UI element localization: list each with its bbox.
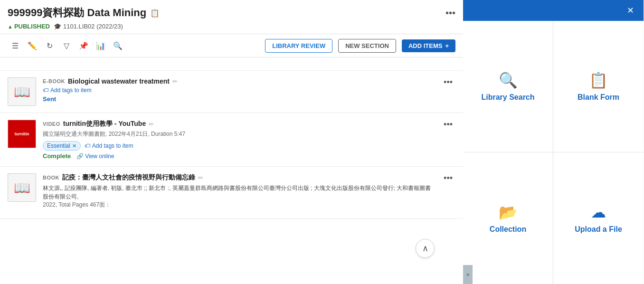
plus-icon: + xyxy=(445,42,449,49)
item-type: E-BOOK xyxy=(43,78,65,84)
link-icon: 🔗 xyxy=(76,153,84,160)
library-search-panel-item[interactable]: 🔍 Library Search xyxy=(463,21,553,152)
item-actions: ••• xyxy=(441,77,455,87)
item-description: 林文源,, 記疫團隊, 編著者, 初版, 臺北市 ;; 新北市 :, 英屬蓋曼群… xyxy=(43,184,434,201)
tag-icon: 🏷 xyxy=(43,87,48,94)
blank-form-panel-item[interactable]: 📋 Blank Form xyxy=(553,21,644,152)
collection-folder-icon: 📂 xyxy=(499,203,518,221)
item-subtitle2: 2022, Total Pages 467面： xyxy=(43,201,434,209)
edit-title-icon[interactable]: ✏ xyxy=(149,121,154,128)
upload-icon: ☁ xyxy=(591,203,606,221)
edit-icon[interactable]: ✏️ xyxy=(25,38,40,53)
blank-form-label: Blank Form xyxy=(578,93,619,102)
item-thumbnail: turnitin xyxy=(8,120,36,148)
course-badge: 🎓 1101.LIB02 (2022/23) xyxy=(54,23,123,30)
filter-icon[interactable]: ▽ xyxy=(59,38,74,53)
new-section-button[interactable]: NEW SECTION xyxy=(338,39,396,53)
item-status: Sent xyxy=(43,95,56,103)
item-title: turnitin使用教學 - YouTube xyxy=(63,120,146,128)
list-item: turnitin VIDEO turnitin使用教學 - YouTube ✏ … xyxy=(0,113,463,167)
search-icon[interactable]: 🔍 xyxy=(110,38,125,53)
remove-tag-button[interactable]: ✕ xyxy=(72,143,76,149)
toolbar: ☰ ✏️ ↻ ▽ 📌 📊 🔍 LIBRARY REVIEW NEW SECTIO… xyxy=(0,34,463,57)
item-title: Biological wastewater treatment xyxy=(68,77,170,85)
item-status: Complete xyxy=(43,152,71,160)
refresh-icon[interactable]: ↻ xyxy=(42,38,57,53)
item-actions: ••• xyxy=(441,173,455,183)
edit-title-icon[interactable]: ✏ xyxy=(198,174,203,181)
item-type: VIDEO xyxy=(43,121,60,127)
turnitin-logo: turnitin xyxy=(8,120,36,148)
collection-panel-item[interactable]: 📂 Collection xyxy=(463,152,553,284)
book-icon: 📖 xyxy=(14,180,30,196)
search-magnify-icon: 🔍 xyxy=(499,71,518,89)
chart-icon[interactable]: 📊 xyxy=(93,38,108,53)
item-subtitle: 國立陽明交通大學圖書館, 2022年4月21日, Duration 5:47 xyxy=(43,130,434,138)
collapse-panel-button[interactable]: » xyxy=(463,265,473,284)
item-type: BOOK xyxy=(43,175,59,180)
library-search-label: Library Search xyxy=(481,93,534,102)
item-body: E-BOOK Biological wastewater treatment ✏… xyxy=(43,77,434,103)
view-online-link[interactable]: 🔗 View online xyxy=(76,153,114,160)
book-icon: 📖 xyxy=(14,84,30,100)
item-more-button[interactable]: ••• xyxy=(441,172,455,184)
form-icon: 📋 xyxy=(589,71,608,89)
copy-icon[interactable]: 📋 xyxy=(150,9,160,18)
add-items-button[interactable]: ADD ITEMS + xyxy=(402,39,455,52)
item-title: 記疫：臺灣人文社會的疫情視野與行動備忘錄 xyxy=(62,173,195,182)
chevron-right-icon: » xyxy=(466,271,470,278)
published-badge: PUBLISHED xyxy=(8,23,50,30)
pin-icon[interactable]: 📌 xyxy=(76,38,91,53)
section-header xyxy=(0,57,463,71)
essential-tag: Essential ✕ xyxy=(43,141,81,151)
upload-file-panel-item[interactable]: ☁ Upload a File xyxy=(553,152,644,284)
library-review-button[interactable]: LIBRARY REVIEW xyxy=(265,39,332,53)
item-body: VIDEO turnitin使用教學 - YouTube ✏ 國立陽明交通大學圖… xyxy=(43,120,434,160)
list-item: 📖 E-BOOK Biological wastewater treatment… xyxy=(0,71,463,113)
close-panel-button[interactable]: ✕ xyxy=(623,3,638,18)
scroll-up-button[interactable]: ∧ xyxy=(416,239,435,258)
page-title: 999999資料探勘 Data Mining 📋 xyxy=(8,6,160,20)
edit-title-icon[interactable]: ✏ xyxy=(172,78,178,85)
right-panel-body: 🔍 Library Search 📋 Blank Form 📂 Collecti… xyxy=(463,21,644,284)
add-tags-button[interactable]: 🏷 Add tags to item xyxy=(43,87,92,94)
list-area: 📖 E-BOOK Biological wastewater treatment… xyxy=(0,57,463,284)
list-item: 📖 BOOK 記疫：臺灣人文社會的疫情視野與行動備忘錄 ✏ 林文源,, 記疫團隊… xyxy=(0,167,463,219)
upload-label: Upload a File xyxy=(575,225,622,234)
tag-icon: 🏷 xyxy=(85,142,90,149)
item-thumbnail: 📖 xyxy=(8,173,36,202)
header-more-button[interactable]: ••• xyxy=(445,8,455,19)
list-icon[interactable]: ☰ xyxy=(8,38,23,53)
main-content: 999999資料探勘 Data Mining 📋 ••• PUBLISHED 🎓… xyxy=(0,0,463,284)
item-more-button[interactable]: ••• xyxy=(441,76,455,88)
collection-label: Collection xyxy=(490,225,526,234)
item-actions: ••• xyxy=(441,120,455,130)
item-more-button[interactable]: ••• xyxy=(441,119,455,130)
chevron-up-icon: ∧ xyxy=(422,243,428,254)
right-panel-header: ✕ xyxy=(463,0,644,21)
right-panel: ✕ 🔍 Library Search 📋 Blank Form 📂 Collec… xyxy=(463,0,644,284)
item-body: BOOK 記疫：臺灣人文社會的疫情視野與行動備忘錄 ✏ 林文源,, 記疫團隊, … xyxy=(43,173,434,212)
add-tags-button[interactable]: 🏷 Add tags to item xyxy=(85,142,133,149)
page-header: 999999資料探勘 Data Mining 📋 ••• PUBLISHED 🎓… xyxy=(0,0,463,34)
item-thumbnail: 📖 xyxy=(8,77,36,106)
